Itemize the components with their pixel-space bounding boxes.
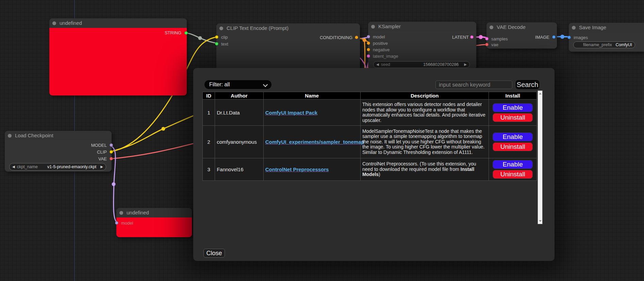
column-header-description: Description bbox=[360, 92, 489, 100]
filename-prefix-widget[interactable]: filename_prefix ComfyUI bbox=[573, 41, 635, 48]
output-dot-conditioning[interactable] bbox=[355, 36, 358, 39]
node-vae-decode[interactable]: VAE Decode samples vae IMAGE bbox=[486, 22, 557, 49]
input-dot-model[interactable] bbox=[115, 221, 118, 225]
enable-button[interactable]: Enable bbox=[493, 133, 533, 141]
cell-description: ModelSamplerTonemapNoiseTest a node that… bbox=[360, 126, 489, 158]
table-scrollbar[interactable] bbox=[538, 90, 543, 224]
reroute-dot-clip[interactable] bbox=[162, 127, 165, 131]
extension-link[interactable]: ComfyUI Impact Pack bbox=[265, 110, 317, 116]
input-slot-model: model bbox=[121, 221, 133, 226]
widget-label: filename_prefix bbox=[583, 42, 612, 47]
node-body: STRING bbox=[49, 28, 187, 95]
collapse-dot-icon[interactable] bbox=[572, 26, 576, 30]
extensions-table: IDAuthorNameDescriptionInstall 1Dr.Lt.Da… bbox=[202, 92, 537, 181]
custom-nodes-manager-dialog: Filter: all Search IDAuthorNameDescripti… bbox=[193, 68, 555, 261]
reroute-dot-model[interactable] bbox=[112, 182, 116, 186]
extension-row: 2comfyanonymousComfyUI_experiments/sampl… bbox=[203, 126, 537, 158]
input-dot-text[interactable] bbox=[215, 42, 218, 46]
chevron-down-icon bbox=[263, 82, 268, 87]
widget-value: v1-5-pruned-emaonly.ckpt bbox=[47, 164, 96, 169]
node-title: VAE Decode bbox=[497, 24, 526, 30]
output-dot-model[interactable] bbox=[110, 143, 113, 147]
cell-install: EnableUninstall bbox=[489, 100, 537, 126]
collapse-dot-icon[interactable] bbox=[52, 21, 56, 25]
extension-link[interactable]: ComfyUI_experiments/sampler_tonemap bbox=[265, 139, 364, 145]
close-button[interactable]: Close bbox=[203, 249, 225, 258]
output-dot-vae[interactable] bbox=[110, 157, 113, 160]
widget-value: 156680208700286 bbox=[423, 62, 459, 67]
extension-row: 1Dr.Lt.DataComfyUI Impact PackThis exten… bbox=[203, 100, 537, 126]
decrement-arrow-icon[interactable]: ◀ bbox=[376, 61, 379, 68]
column-header-id: ID bbox=[203, 92, 215, 100]
wire-vae-1 bbox=[109, 141, 204, 159]
input-slot-model: model bbox=[373, 35, 385, 39]
reroute-dot-image[interactable] bbox=[560, 35, 564, 39]
node-undefined-bottom[interactable]: undefined model bbox=[116, 208, 192, 237]
cell-install: EnableUninstall bbox=[489, 126, 537, 158]
scroll-down-arrow-icon[interactable] bbox=[539, 220, 542, 222]
node-ksampler[interactable]: KSampler model positive negative latent_… bbox=[368, 22, 476, 69]
node-title: Load Checkpoint bbox=[15, 133, 53, 138]
input-slot-text: text bbox=[221, 42, 228, 47]
input-slot-negative: negative bbox=[373, 48, 390, 52]
collapse-dot-icon[interactable] bbox=[119, 211, 123, 215]
output-slot-string: STRING bbox=[165, 31, 181, 35]
node-save-image[interactable]: Save Image images filename_prefix ComfyU… bbox=[569, 23, 644, 52]
output-dot-latent[interactable] bbox=[470, 35, 474, 39]
cell-id: 1 bbox=[203, 100, 215, 126]
collapse-dot-icon[interactable] bbox=[219, 27, 223, 30]
input-dot-positive[interactable] bbox=[367, 41, 370, 45]
uninstall-button[interactable]: Uninstall bbox=[493, 142, 533, 151]
node-header: undefined bbox=[49, 18, 187, 28]
cell-name: ComfyUI_experiments/sampler_tonemap bbox=[263, 126, 360, 158]
decrement-arrow-icon[interactable]: ◀ bbox=[12, 163, 15, 170]
increment-arrow-icon[interactable]: ▶ bbox=[100, 163, 103, 170]
scroll-up-arrow-icon[interactable] bbox=[539, 93, 542, 94]
extension-link[interactable]: ControlNet Preprocessors bbox=[265, 166, 329, 172]
cell-description: ControlNet Preprocessors. (To use this e… bbox=[360, 158, 489, 181]
node-body: model bbox=[116, 217, 192, 237]
output-dot-string[interactable] bbox=[184, 31, 188, 35]
input-dot-samples[interactable] bbox=[485, 37, 489, 40]
output-dot-image[interactable] bbox=[552, 35, 556, 39]
node-title: Save Image bbox=[579, 24, 606, 30]
ckpt-name-widget[interactable]: ◀ ckpt_name v1-5-pruned-emaonly.ckpt ▶ bbox=[9, 163, 106, 171]
seed-widget[interactable]: ◀ seed 156680208700286 ▶ bbox=[373, 61, 470, 68]
input-dot-vae[interactable] bbox=[485, 43, 489, 46]
enable-button[interactable]: Enable bbox=[493, 103, 533, 112]
collapse-dot-icon[interactable] bbox=[490, 25, 493, 29]
uninstall-button[interactable]: Uninstall bbox=[493, 170, 533, 179]
output-slot-model: MODEL bbox=[91, 143, 107, 148]
input-dot-model[interactable] bbox=[367, 35, 370, 38]
input-slot-samples: samples bbox=[491, 37, 508, 41]
collapse-dot-icon[interactable] bbox=[8, 134, 12, 138]
input-dot-images[interactable] bbox=[567, 36, 571, 39]
reroute-dot-string[interactable] bbox=[198, 36, 202, 40]
reroute-dot-latent[interactable] bbox=[479, 35, 483, 39]
input-dot-clip[interactable] bbox=[215, 35, 218, 39]
cell-name: ComfyUI Impact Pack bbox=[263, 100, 360, 126]
enable-button[interactable]: Enable bbox=[493, 160, 533, 169]
input-dot-latent-image[interactable] bbox=[367, 54, 370, 58]
search-button[interactable]: Search bbox=[515, 80, 540, 90]
output-slot-image: IMAGE bbox=[535, 35, 549, 40]
table-header-row: IDAuthorNameDescriptionInstall bbox=[203, 92, 537, 100]
input-dot-negative[interactable] bbox=[367, 48, 370, 51]
node-title: KSampler bbox=[378, 23, 401, 29]
node-undefined-top[interactable]: undefined STRING bbox=[49, 18, 187, 95]
input-slot-vae: vae bbox=[491, 42, 498, 47]
column-header-author: Author bbox=[215, 92, 264, 100]
node-load-checkpoint[interactable]: Load Checkpoint MODEL CLIP VAE ◀ ckpt_na… bbox=[5, 131, 112, 172]
cell-id: 3 bbox=[203, 158, 215, 181]
node-title: undefined bbox=[60, 20, 82, 26]
uninstall-button[interactable]: Uninstall bbox=[493, 113, 533, 122]
input-slot-clip: clip bbox=[221, 35, 228, 40]
input-slot-latent-image: latent_image bbox=[373, 54, 398, 59]
node-clip-text-encode[interactable]: CLIP Text Encode (Prompt) clip text COND… bbox=[216, 23, 360, 70]
search-input[interactable] bbox=[435, 81, 512, 89]
collapse-dot-icon[interactable] bbox=[371, 25, 375, 29]
increment-arrow-icon[interactable]: ▶ bbox=[464, 61, 467, 68]
output-dot-clip[interactable] bbox=[110, 150, 113, 154]
filter-select[interactable]: Filter: all bbox=[204, 80, 271, 89]
cell-id: 2 bbox=[203, 126, 215, 158]
